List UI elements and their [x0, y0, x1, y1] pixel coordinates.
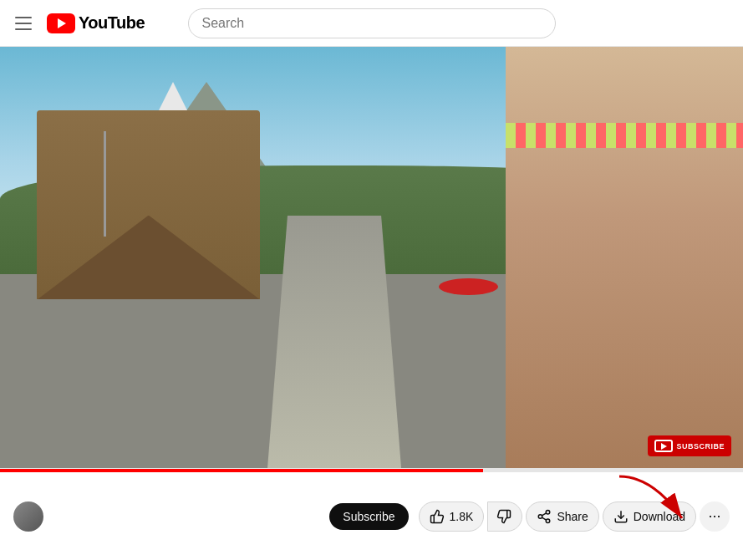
- share-button[interactable]: Share: [526, 501, 598, 532]
- sign-post: [104, 131, 106, 237]
- download-label: Download: [634, 510, 685, 523]
- action-buttons: 1.8K Share: [419, 501, 730, 532]
- dislike-button[interactable]: [487, 501, 522, 532]
- search-input[interactable]: [189, 9, 555, 38]
- subscribe-overlay-icon: [654, 440, 673, 452]
- road: [267, 216, 401, 468]
- progress-fill: [0, 469, 483, 472]
- search-bar: [188, 8, 556, 38]
- subscribe-button[interactable]: Subscribe: [329, 503, 408, 530]
- more-button[interactable]: ···: [700, 501, 730, 532]
- svg-line-4: [542, 512, 547, 515]
- play-triangle: [661, 443, 667, 450]
- header: YouTube: [0, 0, 743, 47]
- page-wrapper: YouTube: [0, 0, 743, 560]
- subscribe-overlay-text: SUBSCRIBE: [676, 442, 725, 451]
- building-right: [506, 47, 743, 468]
- channel-info: [13, 501, 319, 532]
- video-scene: SUBSCRIBE: [0, 47, 743, 468]
- share-label: Share: [557, 510, 588, 523]
- youtube-logo-icon: [47, 13, 75, 33]
- logo-text: YouTube: [79, 13, 145, 33]
- channel-avatar[interactable]: [13, 501, 43, 532]
- logo[interactable]: YouTube: [47, 13, 145, 33]
- video-player[interactable]: SUBSCRIBE: [0, 47, 743, 468]
- svg-line-3: [542, 517, 547, 520]
- awning: [506, 123, 743, 148]
- svg-point-1: [539, 514, 543, 518]
- share-icon: [537, 509, 552, 524]
- download-icon: [613, 509, 628, 524]
- like-count: 1.8K: [450, 510, 474, 523]
- svg-point-0: [547, 510, 551, 514]
- bottom-bar: Subscribe 1.8K: [0, 468, 743, 560]
- dislike-icon: [496, 509, 511, 524]
- menu-icon[interactable]: [13, 13, 33, 33]
- more-dots: ···: [708, 507, 720, 525]
- subscribe-overlay[interactable]: SUBSCRIBE: [648, 435, 731, 456]
- progress-bar-area[interactable]: [0, 469, 743, 472]
- like-button[interactable]: 1.8K: [419, 501, 485, 532]
- controls-row: Subscribe 1.8K: [0, 472, 743, 560]
- svg-point-2: [547, 519, 551, 523]
- like-icon: [430, 509, 445, 524]
- download-button[interactable]: Download: [603, 501, 696, 532]
